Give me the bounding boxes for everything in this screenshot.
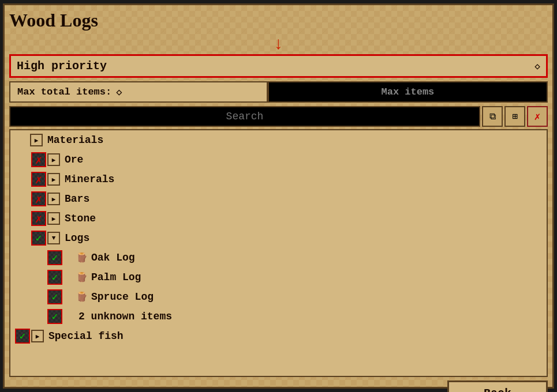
- copy-icon: ⧉: [489, 111, 496, 122]
- tree-item-bars[interactable]: ▶Bars: [10, 189, 547, 209]
- select-all-icon: ⊞: [512, 111, 518, 122]
- priority-select[interactable]: High priority ◇: [9, 54, 548, 78]
- expand-btn-bars[interactable]: ▶: [47, 193, 60, 205]
- checkbox-oak_log[interactable]: [47, 250, 62, 265]
- item-label-special_fish: Special fish: [48, 330, 124, 342]
- back-btn-row: Back: [9, 380, 548, 392]
- checkbox-spruce_log[interactable]: [47, 289, 62, 304]
- max-total-label: Max total items:: [17, 86, 111, 97]
- search-row: ⧉ ⊞ ✗: [9, 106, 548, 127]
- checkbox-stone[interactable]: [31, 211, 46, 226]
- expand-btn-materials[interactable]: ▶: [30, 134, 43, 146]
- priority-label: High priority: [17, 59, 107, 73]
- tree-item-special_fish[interactable]: ▶Special fish: [10, 326, 547, 346]
- checkbox-logs[interactable]: [31, 231, 46, 246]
- down-arrow-icon: ↓: [273, 35, 283, 54]
- expand-btn-minerals[interactable]: ▶: [47, 173, 60, 186]
- max-items-display: Max items: [268, 81, 548, 103]
- close-search-button[interactable]: ✗: [527, 106, 548, 127]
- item-label-spruce_log: Spruce Log: [91, 291, 154, 303]
- select-all-button[interactable]: ⊞: [504, 106, 525, 127]
- item-label-materials: Materials: [47, 134, 103, 146]
- tree-item-spruce_log[interactable]: 🪵Spruce Log: [10, 287, 547, 307]
- item-label-ore: Ore: [65, 154, 83, 165]
- tree-container[interactable]: ▶Materials▶Ore▶Minerals▶Bars▶Stone▼Logs🪵…: [9, 129, 548, 377]
- item-label-bars: Bars: [65, 193, 89, 205]
- expand-btn-ore[interactable]: ▶: [47, 153, 60, 166]
- item-icon-oak_log: 🪵: [76, 252, 88, 263]
- search-input[interactable]: [9, 106, 480, 127]
- item-label-oak_log: Oak Log: [91, 252, 135, 263]
- expand-btn-special_fish[interactable]: ▶: [31, 330, 44, 342]
- tree-item-unknown[interactable]: 2 unknown items: [10, 307, 547, 326]
- back-button[interactable]: Back: [447, 380, 548, 392]
- expand-btn-stone[interactable]: ▶: [47, 212, 60, 225]
- copy-button[interactable]: ⧉: [482, 106, 503, 127]
- tree-item-ore[interactable]: ▶Ore: [10, 150, 547, 169]
- checkbox-palm_log[interactable]: [47, 270, 62, 285]
- item-label-logs: Logs: [65, 232, 89, 244]
- arrow-indicator-row: ↓: [9, 36, 548, 53]
- priority-arrow-icon: ◇: [534, 61, 540, 72]
- checkbox-minerals[interactable]: [31, 172, 46, 187]
- tree-item-oak_log[interactable]: 🪵Oak Log: [10, 248, 547, 267]
- max-total-arrow-icon: ◇: [116, 86, 122, 98]
- tree-item-palm_log[interactable]: 🪵Palm Log: [10, 267, 547, 287]
- item-label-palm_log: Palm Log: [91, 272, 141, 283]
- checkbox-special_fish[interactable]: [15, 329, 30, 344]
- item-icon-spruce_log: 🪵: [76, 291, 88, 303]
- tree-item-materials[interactable]: ▶Materials: [10, 130, 547, 150]
- tree-item-logs[interactable]: ▼Logs: [10, 228, 547, 248]
- close-icon: ✗: [534, 110, 541, 123]
- item-label-minerals: Minerals: [65, 174, 114, 185]
- checkbox-bars[interactable]: [31, 191, 46, 206]
- checkbox-ore[interactable]: [31, 152, 46, 167]
- max-total-button[interactable]: Max total items: ◇: [9, 81, 268, 103]
- expand-btn-logs[interactable]: ▼: [47, 232, 60, 244]
- item-label-stone: Stone: [65, 213, 96, 224]
- item-label-unknown: 2 unknown items: [78, 311, 172, 322]
- max-items-row: Max total items: ◇ Max items: [9, 81, 548, 103]
- game-window: Wood Logs ↓ High priority ◇ Max total it…: [3, 3, 554, 389]
- tree-item-stone[interactable]: ▶Stone: [10, 209, 547, 228]
- checkbox-unknown[interactable]: [47, 309, 62, 324]
- window-title: Wood Logs: [9, 10, 548, 31]
- max-items-label: Max items: [382, 86, 435, 97]
- item-icon-palm_log: 🪵: [76, 272, 88, 283]
- priority-row: High priority ◇: [9, 54, 548, 78]
- tree-item-minerals[interactable]: ▶Minerals: [10, 169, 547, 189]
